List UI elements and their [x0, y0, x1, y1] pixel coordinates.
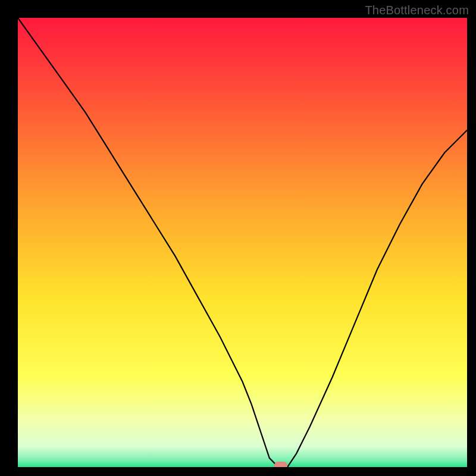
chart-svg: [18, 18, 467, 467]
watermark-text: TheBottleneck.com: [365, 4, 469, 17]
optimal-marker: [274, 462, 287, 467]
gradient-background: [18, 18, 467, 467]
plot-area: [18, 18, 467, 467]
